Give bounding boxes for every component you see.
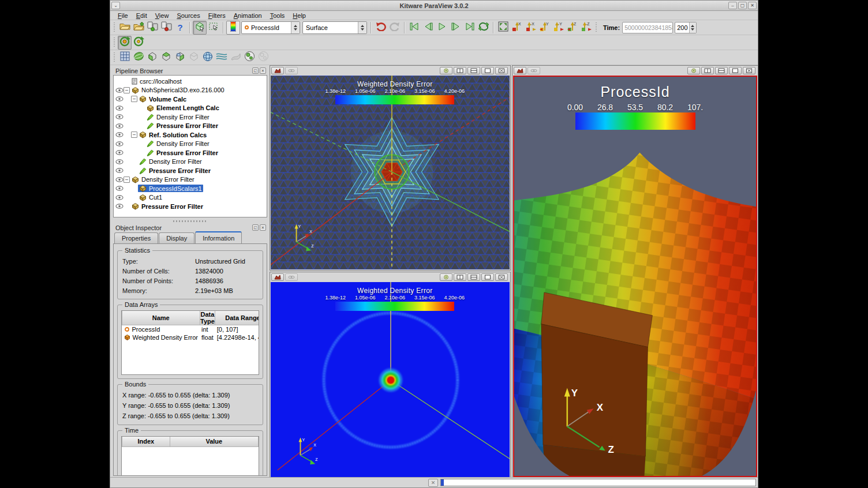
- collapse-expander-icon[interactable]: –: [131, 96, 137, 102]
- ungroup-datasets-button[interactable]: [256, 51, 270, 65]
- pipeline-item-selected[interactable]: ProcessIdScalars1: [138, 185, 203, 192]
- threshold-button[interactable]: [173, 51, 187, 65]
- spin-arrows-icon[interactable]: [689, 22, 697, 33]
- first-frame-button[interactable]: [407, 21, 421, 35]
- split-horizontal-button[interactable]: [454, 273, 466, 281]
- maximize-view-button[interactable]: [481, 273, 494, 281]
- view-options-button[interactable]: [271, 67, 284, 74]
- loop-button[interactable]: [477, 21, 491, 35]
- color-by-dropdown[interactable]: ProcessId: [241, 21, 300, 34]
- visibility-eye-icon[interactable]: [115, 141, 124, 147]
- select-cells-on-button[interactable]: [193, 21, 207, 35]
- glyph-sphere-button[interactable]: [201, 51, 215, 65]
- column-header[interactable]: Index: [122, 437, 170, 446]
- pipeline-item[interactable]: Density Error Filter: [114, 140, 267, 149]
- toolbar-grip[interactable]: [113, 37, 116, 48]
- pipeline-item-chip[interactable]: Cut1: [138, 194, 163, 201]
- pipeline-item[interactable]: Density Error Filter: [114, 112, 267, 122]
- window-menu-button[interactable]: ⌄: [111, 2, 120, 9]
- menu-item-file[interactable]: File: [114, 12, 132, 19]
- reset-camera-button[interactable]: [496, 21, 510, 35]
- dock-close-button[interactable]: ✕: [260, 224, 266, 231]
- visibility-eye-icon[interactable]: [115, 195, 124, 200]
- menu-item-view[interactable]: View: [151, 12, 173, 19]
- pipeline-item[interactable]: Cut1: [114, 193, 267, 202]
- visibility-eye-icon[interactable]: [115, 132, 124, 137]
- view-options-button[interactable]: [514, 67, 526, 74]
- column-header[interactable]: Data Ranges: [215, 311, 259, 325]
- visibility-eye-icon[interactable]: [115, 204, 124, 209]
- time-value-field[interactable]: 500000023841858: [622, 22, 673, 33]
- pipeline-item-chip[interactable]: Pressure Error Filter: [138, 167, 212, 174]
- visibility-eye-icon[interactable]: [115, 168, 124, 173]
- visibility-eye-icon[interactable]: [115, 123, 124, 129]
- pipeline-item-chip[interactable]: Pressure Error Filter: [130, 202, 204, 210]
- split-horizontal-button[interactable]: [701, 67, 714, 74]
- previous-frame-button[interactable]: [421, 21, 435, 35]
- render-view-right[interactable]: Y X Z ProcessId 0.0026.853.580.2107.: [512, 65, 758, 478]
- data-array-row[interactable]: Weighted Density Errorfloat[4.22498e-14,…: [122, 333, 260, 341]
- close-button[interactable]: ✕: [748, 2, 757, 9]
- tab-information[interactable]: Information: [195, 231, 242, 243]
- save-data-button[interactable]: [132, 21, 145, 35]
- visibility-eye-icon[interactable]: [115, 96, 124, 102]
- group-datasets-button[interactable]: [242, 51, 256, 65]
- render-area-top[interactable]: YXZ Weighted Density Error 1.38e-121.05e…: [271, 76, 510, 269]
- dock-float-button[interactable]: ◱: [252, 224, 259, 231]
- split-vertical-button[interactable]: [467, 67, 480, 74]
- time-table[interactable]: IndexValue: [121, 436, 259, 476]
- menu-item-tools[interactable]: Tools: [266, 12, 289, 19]
- render-area-right-active[interactable]: Y X Z ProcessId 0.0026.853.580.2107.: [513, 76, 757, 477]
- pipeline-item[interactable]: ProcessIdScalars1: [114, 184, 267, 193]
- camera-plus-x-button[interactable]: +X: [510, 21, 524, 35]
- tab-properties[interactable]: Properties: [114, 232, 158, 243]
- camera-plus-z-button[interactable]: +Z: [566, 21, 579, 35]
- link-camera-button[interactable]: [285, 273, 298, 281]
- clip-button[interactable]: [132, 51, 145, 65]
- pipeline-item-chip[interactable]: Density Error Filter: [138, 158, 203, 165]
- capture-view-button[interactable]: [440, 67, 452, 74]
- column-header[interactable]: Name: [122, 311, 200, 325]
- pipeline-item[interactable]: Pressure Error Filter: [114, 202, 267, 211]
- maximize-view-button[interactable]: [481, 67, 494, 74]
- minimize-button[interactable]: –: [728, 2, 737, 9]
- capture-view-button[interactable]: [440, 273, 452, 281]
- link-camera-button[interactable]: [285, 67, 298, 74]
- camera-minus-x-button[interactable]: -X: [524, 21, 538, 35]
- roll-camera-button[interactable]: [132, 36, 145, 50]
- slice-button[interactable]: [145, 51, 159, 65]
- abort-progress-button[interactable]: ✕: [428, 479, 438, 487]
- pipeline-item-chip[interactable]: Element Length Calc: [145, 104, 220, 112]
- close-view-button[interactable]: [495, 67, 508, 74]
- pipeline-item-chip[interactable]: Pressure Error Filter: [145, 122, 219, 129]
- undo-button[interactable]: [374, 21, 388, 35]
- visibility-eye-icon[interactable]: [115, 106, 124, 111]
- pipeline-item-chip[interactable]: Density Error Filter: [130, 176, 196, 183]
- toolbar-grip[interactable]: [595, 22, 598, 33]
- menu-item-animation[interactable]: Animation: [230, 12, 266, 19]
- menu-item-sources[interactable]: Sources: [173, 12, 204, 19]
- dock-float-button[interactable]: ◱: [252, 67, 259, 74]
- rotate-camera-button[interactable]: [118, 36, 132, 50]
- pipeline-item[interactable]: –Ref. Solution Calcs: [114, 130, 267, 140]
- visibility-eye-icon[interactable]: [115, 186, 124, 191]
- rubber-band-select-button[interactable]: [207, 21, 220, 35]
- extract-subset-button[interactable]: [187, 51, 201, 65]
- redo-button[interactable]: [388, 21, 402, 35]
- edit-color-map-button[interactable]: [226, 21, 240, 35]
- toolbar-grip[interactable]: [113, 22, 116, 33]
- split-horizontal-button[interactable]: [454, 67, 466, 74]
- data-arrays-table[interactable]: NameData TypeData RangesProcessIdint[0, …: [121, 310, 259, 375]
- pipeline-item[interactable]: Density Error Filter: [114, 157, 267, 167]
- camera-minus-z-button[interactable]: -Z: [579, 21, 593, 35]
- help-button[interactable]: ?: [173, 21, 187, 35]
- dock-splitter[interactable]: [113, 219, 267, 223]
- visibility-eye-icon[interactable]: [115, 159, 124, 164]
- visibility-eye-icon[interactable]: [115, 88, 124, 93]
- view-options-button[interactable]: [271, 273, 284, 281]
- render-area-bottom[interactable]: YXZ Weighted Density Error 1.38e-121.05e…: [271, 282, 510, 477]
- toolbar-grip[interactable]: [113, 52, 116, 63]
- colorbar[interactable]: ProcessId 0.0026.853.580.2107.: [540, 84, 731, 130]
- pipeline-item-chip[interactable]: Pressure Error Filter: [145, 149, 219, 156]
- calculator-button[interactable]: [118, 51, 132, 65]
